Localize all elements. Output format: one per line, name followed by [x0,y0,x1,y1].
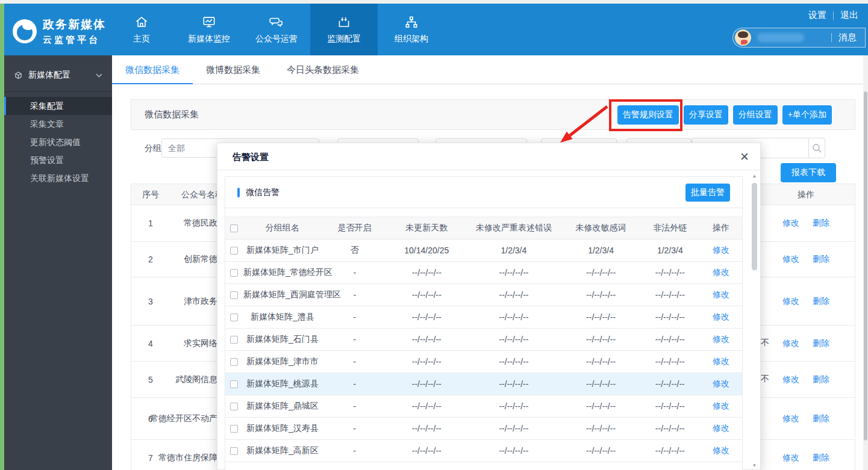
panel-title: 微信数据采集 [131,109,199,120]
nav-item-media-monitor[interactable]: 新媒体监控 [175,4,243,55]
modal-scrollbar[interactable]: ▲ ▼ [751,173,758,468]
select-all-checkbox[interactable] [230,224,238,232]
app-logo: 政务新媒体 云监管平台 [13,17,106,46]
alert-table-row: 新媒体矩阵_高新区 - --/--/--/-- --/--/--/-- --/-… [225,440,742,462]
days-cell: --/--/--/-- [387,357,466,366]
scroll-up-arrow[interactable]: ▲ [751,173,758,179]
tab-toutiao-collect[interactable]: 今日头条数据采集 [273,55,372,84]
illegal-cell: --/--/--/-- [640,312,700,322]
sensitive-cell: --/--/--/-- [562,312,640,322]
sidebar-item-collect-config[interactable]: 采集配置 [4,97,112,115]
row-checkbox[interactable] [230,247,238,255]
row-checkbox[interactable] [230,358,238,366]
tab-bar: 微信数据采集 微博数据采集 今日头条数据采集 [112,55,868,84]
row-checkbox[interactable] [230,425,238,433]
edit-link[interactable]: 修改 [782,453,799,463]
chat-icon [269,14,284,30]
messages-link[interactable]: 消息 [838,32,857,43]
errors-cell: --/--/--/-- [466,401,562,411]
sidebar-item-related-media[interactable]: 关联新媒体设置 [4,169,112,187]
sensitive-cell: --/--/--/-- [562,379,640,389]
edit-link[interactable]: 修改 [782,413,799,424]
user-pill[interactable]: 消息 [732,28,866,48]
delete-link[interactable]: 删除 [813,453,829,463]
nav-label: 组织架构 [395,34,428,45]
illegal-cell: --/--/--/-- [640,424,700,433]
sidebar-item-update-threshold[interactable]: 更新状态阈值 [4,133,112,151]
group-settings-button[interactable]: 分组设置 [733,105,778,125]
nav-item-account-ops[interactable]: 公众号运营 [243,4,310,55]
edit-link[interactable]: 修改 [713,356,729,366]
edit-link[interactable]: 修改 [713,379,729,388]
edit-link[interactable]: 修改 [713,245,729,255]
search-button[interactable] [809,138,825,158]
col-illegal: 非法外链 [640,223,700,233]
edit-link[interactable]: 修改 [782,218,799,229]
chevron-down-icon [96,73,102,78]
delete-link[interactable]: 删除 [813,254,829,265]
page-scrollbar[interactable] [863,55,868,470]
delete-link[interactable]: 删除 [813,338,829,349]
enabled-cell: - [322,424,388,433]
logout-link[interactable]: 退出 [840,10,858,21]
alert-table-rows: 新媒体矩阵_市门户 否 10/14/20/25 1/2/3/4 1/2/3/4 … [225,240,742,462]
edit-link[interactable]: 修改 [782,374,799,385]
tab-wechat-collect[interactable]: 微信数据采集 [112,55,193,84]
row-checkbox[interactable] [230,447,238,455]
edit-link[interactable]: 修改 [713,423,729,433]
row-checkbox[interactable] [230,336,238,344]
errors-cell: 1/2/3/4 [466,246,562,255]
alert-table-row: 新媒体矩阵_澧县 - --/--/--/-- --/--/--/-- --/--… [225,306,742,329]
sidebar-group-media-config[interactable]: 新媒体配置 [4,64,112,87]
edit-link[interactable]: 修改 [782,254,799,265]
errors-cell: --/--/--/-- [466,379,562,389]
edit-link[interactable]: 修改 [713,267,729,277]
search-icon [812,143,822,153]
close-icon[interactable]: ✕ [740,143,749,170]
settings-link[interactable]: 设置 [808,10,826,21]
nav-label: 主页 [133,34,150,45]
sidebar-item-collect-articles[interactable]: 采集文章 [4,115,112,133]
row-checkbox[interactable] [230,314,238,321]
scrollbar-thumb[interactable] [752,183,757,270]
add-single-button[interactable]: +单个添加 [782,105,832,125]
alert-rules-button[interactable]: 告警规则设置 [617,105,679,125]
row-checkbox[interactable] [230,380,238,388]
sidebar-item-warning-settings[interactable]: 预警设置 [4,151,112,169]
section-title: 微信告警 [246,187,279,198]
delete-link[interactable]: 删除 [813,296,829,307]
edit-link[interactable]: 修改 [713,445,729,455]
edit-link[interactable]: 修改 [713,289,729,299]
report-download-button[interactable]: 报表下载 [781,163,836,182]
tab-weibo-collect[interactable]: 微博数据采集 [193,55,273,84]
delete-link[interactable]: 删除 [813,413,829,424]
nav-item-monitor-config[interactable]: 监测配置 [310,4,378,55]
days-cell: --/--/--/-- [387,401,466,411]
batch-alert-button[interactable]: 批量告警 [685,184,730,202]
edit-link[interactable]: 修改 [713,312,729,321]
scrollbar-thumb[interactable] [864,91,867,441]
delete-link[interactable]: 删除 [813,374,829,385]
edit-link[interactable]: 修改 [782,296,799,307]
delete-link[interactable]: 删除 [813,218,829,229]
share-settings-button[interactable]: 分享设置 [684,105,728,125]
avatar-female-icon [735,29,751,46]
row-checkbox[interactable] [230,403,238,410]
nav-item-org-structure[interactable]: 组织架构 [378,4,445,55]
nav-label: 公众号运营 [255,34,298,45]
row-checkbox[interactable] [230,291,238,299]
days-cell: --/--/--/-- [387,446,466,456]
edit-link[interactable]: 修改 [713,401,729,410]
row-checkbox[interactable] [230,269,238,277]
sensitive-cell: --/--/--/-- [562,290,640,300]
nav-item-home[interactable]: 主页 [108,4,175,55]
edit-link[interactable]: 修改 [782,338,799,349]
app-window: 政务新媒体 云监管平台 主页 新媒体监控 公众号运营 监测配置 [0,0,868,470]
scroll-down-arrow[interactable]: ▼ [751,463,758,468]
org-icon [404,14,419,30]
accent-bar [237,188,240,197]
cube-icon [14,71,23,80]
days-cell: --/--/--/-- [387,424,466,433]
edit-link[interactable]: 修改 [713,334,729,344]
sensitive-cell: --/--/--/-- [562,446,640,456]
